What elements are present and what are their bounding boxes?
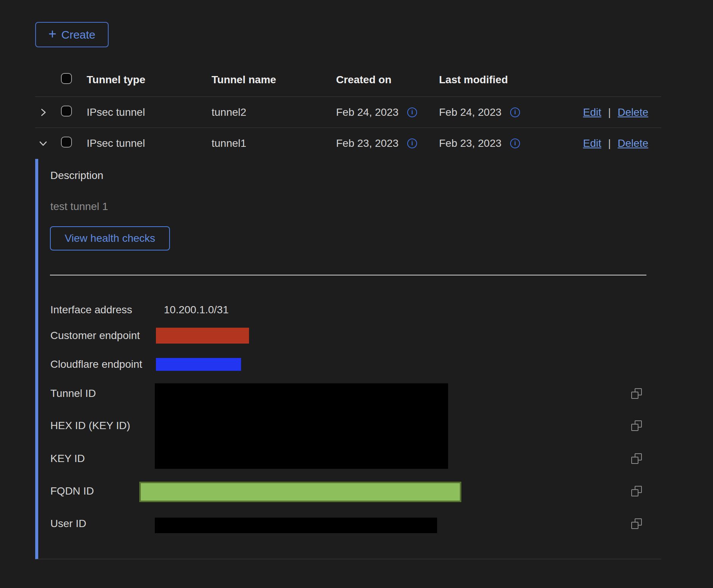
- info-icon[interactable]: i: [407, 138, 417, 148]
- delete-link[interactable]: Delete: [618, 137, 648, 149]
- copy-front-square: [631, 489, 638, 496]
- created-on-value: Feb 23, 2023: [336, 137, 399, 149]
- copy-icon[interactable]: [631, 518, 642, 529]
- copy-front-square: [631, 392, 638, 399]
- column-header-tunnel-name: Tunnel name: [212, 74, 276, 86]
- edit-link[interactable]: Edit: [583, 106, 601, 118]
- info-icon[interactable]: i: [407, 107, 417, 117]
- info-icon[interactable]: i: [510, 107, 520, 117]
- ids-redacted-block: [155, 383, 448, 469]
- row-checkbox[interactable]: [61, 137, 72, 150]
- copy-icon[interactable]: [631, 486, 642, 496]
- fqdn-id-redacted-value: [139, 482, 461, 502]
- link-separator: |: [608, 106, 611, 118]
- tunnel-details-panel: Description test tunnel 1 View health ch…: [35, 159, 661, 559]
- column-header-tunnel-type: Tunnel type: [87, 74, 145, 86]
- description-value: test tunnel 1: [50, 201, 108, 213]
- user-id-redacted-value: [155, 518, 437, 533]
- cloudflare-endpoint-redacted-value: [156, 358, 241, 371]
- edit-link[interactable]: Edit: [583, 137, 601, 149]
- created-on-cell: Feb 23, 2023 i: [336, 137, 417, 149]
- create-button[interactable]: + Create: [35, 22, 109, 47]
- cloudflare-endpoint-label: Cloudflare endpoint: [50, 358, 142, 370]
- tunnel-id-label: Tunnel ID: [50, 387, 96, 400]
- tunnel-name-cell: tunnel2: [212, 106, 246, 118]
- description-label: Description: [50, 170, 103, 182]
- copy-front-square: [631, 457, 638, 464]
- column-header-last-modified: Last modified: [439, 74, 508, 86]
- last-modified-cell: Feb 24, 2023 i: [439, 106, 520, 118]
- interface-address-value: 10.200.1.0/31: [164, 304, 229, 316]
- customer-endpoint-redacted-value: [156, 328, 249, 344]
- copy-icon[interactable]: [631, 420, 642, 431]
- delete-link[interactable]: Delete: [618, 106, 648, 118]
- copy-front-square: [631, 522, 638, 529]
- checkbox-icon: [61, 137, 72, 148]
- copy-icon[interactable]: [631, 388, 642, 399]
- plus-icon: +: [48, 27, 56, 41]
- checkbox-icon: [61, 73, 72, 84]
- hex-id-label: HEX ID (KEY ID): [50, 420, 130, 432]
- table-row-tunnel1: IPsec tunnel tunnel1 Feb 23, 2023 i Feb …: [35, 128, 661, 159]
- chevron-down-icon[interactable]: [37, 138, 49, 149]
- row-checkbox[interactable]: [61, 106, 72, 119]
- tunnel-type-cell: IPsec tunnel: [87, 137, 145, 149]
- link-separator: |: [608, 137, 611, 149]
- interface-address-label: Interface address: [50, 304, 132, 316]
- row-actions: Edit | Delete: [583, 106, 648, 118]
- last-modified-value: Feb 24, 2023: [439, 106, 501, 118]
- table-header-row: Tunnel type Tunnel name Created on Last …: [35, 63, 661, 97]
- tunnels-table: Tunnel type Tunnel name Created on Last …: [35, 63, 661, 159]
- fqdn-id-label: FQDN ID: [50, 485, 94, 497]
- checkbox-icon: [61, 106, 72, 117]
- create-button-label: Create: [61, 28, 95, 41]
- last-modified-cell: Feb 23, 2023 i: [439, 137, 520, 149]
- copy-front-square: [631, 424, 638, 431]
- user-id-label: User ID: [50, 518, 86, 530]
- section-divider: [50, 275, 646, 275]
- created-on-value: Feb 24, 2023: [336, 106, 399, 118]
- info-icon[interactable]: i: [510, 138, 520, 148]
- customer-endpoint-label: Customer endpoint: [50, 330, 140, 342]
- view-health-checks-button[interactable]: View health checks: [50, 226, 170, 250]
- copy-icon[interactable]: [631, 453, 642, 464]
- key-id-label: KEY ID: [50, 453, 85, 465]
- row-actions: Edit | Delete: [583, 137, 648, 149]
- tunnel-name-cell: tunnel1: [212, 137, 246, 149]
- column-header-created-on: Created on: [336, 74, 391, 86]
- tunnel-type-cell: IPsec tunnel: [87, 106, 145, 118]
- created-on-cell: Feb 24, 2023 i: [336, 106, 417, 118]
- ipsec-tunnels-page: + Create Tunnel type Tunnel name Created…: [0, 0, 713, 588]
- last-modified-value: Feb 23, 2023: [439, 137, 501, 149]
- table-row-tunnel2: IPsec tunnel tunnel2 Feb 24, 2023 i Feb …: [35, 97, 661, 128]
- chevron-right-icon[interactable]: [37, 107, 49, 118]
- select-all-checkbox[interactable]: [61, 73, 72, 87]
